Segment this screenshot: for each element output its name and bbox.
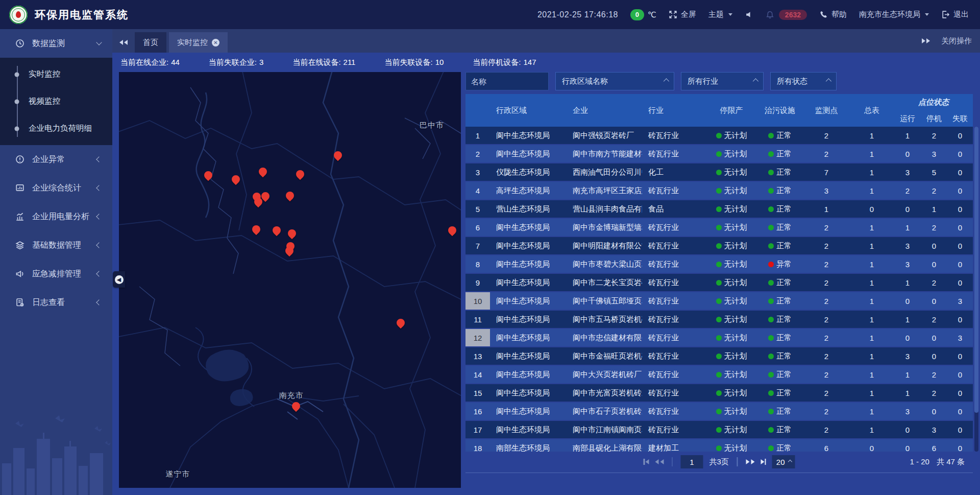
table-row[interactable]: 12阆中生态环境局阆中市忠信建材有限公砖瓦行业无计划正常21003 xyxy=(465,329,973,347)
map-pin-icon[interactable] xyxy=(258,167,267,179)
name-filter-input[interactable] xyxy=(465,72,549,90)
cell-total-meters: 1 xyxy=(849,168,894,177)
table-row[interactable]: 13阆中生态环境局阆中市金福旺页岩机砖砖瓦行业无计划正常21300 xyxy=(465,347,973,366)
cell-stopped-count: 3 xyxy=(921,150,947,158)
map-panel[interactable]: 巴中市南充市遂宁市 ◀ xyxy=(119,72,461,488)
page-number-input[interactable] xyxy=(680,455,703,468)
temperature-indicator: 0 ℃ xyxy=(630,9,656,20)
sidebar-item-企业综合统计[interactable]: 企业综合统计 xyxy=(0,174,112,202)
map-collapse-button[interactable]: ◀ xyxy=(113,271,125,288)
table-row[interactable]: 6阆中生态环境局阆中市金博瑞新型墙材砖瓦行业无计划正常21120 xyxy=(465,219,973,237)
table-row[interactable]: 16阆中生态环境局阆中市石子页岩机砖厂砖瓦行业无计划正常21300 xyxy=(465,403,973,421)
table-row[interactable]: 8阆中生态环境局阆中市枣碧大梁山页岩砖瓦行业无计划异常21300 xyxy=(465,255,973,274)
cell-facility-status: 正常 xyxy=(756,204,803,214)
cell-total-meters: 1 xyxy=(849,186,894,195)
map-pin-icon[interactable] xyxy=(231,174,240,186)
sidebar: 数据监测实时监控视频监控企业电力负荷明细企业异常企业综合统计企业用电量分析基础数… xyxy=(0,29,112,495)
table-row[interactable]: 10阆中生态环境局阆中千佛镇五郎垭页岩砖瓦行业无计划正常21003 xyxy=(465,292,973,311)
map-pin-icon[interactable] xyxy=(252,224,261,237)
filter-bar: 行政区域名称 所有行业 所有状态 xyxy=(465,72,973,90)
map-pin-icon[interactable] xyxy=(272,225,281,238)
chevron-left-icon xyxy=(96,214,102,219)
sidebar-subitem-实时监控[interactable]: 实时监控 xyxy=(0,61,112,88)
status-filter-select[interactable]: 所有状态 xyxy=(770,72,837,90)
sidebar-item-日志查看[interactable]: 日志查看 xyxy=(0,288,112,317)
tabs-container: 首页实时监控✕ xyxy=(135,32,230,53)
status-dot-green-icon xyxy=(768,317,774,322)
sidebar-item-企业用电量分析[interactable]: 企业用电量分析 xyxy=(0,202,112,231)
sidebar-subitem-企业电力负荷明细[interactable]: 企业电力负荷明细 xyxy=(0,115,112,142)
cell-facility-text: 正常 xyxy=(776,333,792,343)
table-row[interactable]: 2阆中生态环境局阆中市南方节能建材有砖瓦行业无计划正常21030 xyxy=(465,145,973,163)
column-header-行业: 行业 xyxy=(642,106,706,115)
pagination-last-button[interactable] xyxy=(761,459,766,465)
table-row[interactable]: 18南部生态环境局南部县砚化上湖有限公建材加工无计划正常60060 xyxy=(465,439,973,452)
sidebar-subitem-视频监控[interactable]: 视频监控 xyxy=(0,88,112,115)
pagination-first-button[interactable] xyxy=(643,459,649,465)
help-button[interactable]: 帮助 xyxy=(819,10,847,19)
enterprise-table-panel: 行政区域名称 所有行业 所有状态 行政区域企业行业停限产治污设施监测点总表点位状… xyxy=(465,72,973,473)
cell-industry: 砖瓦行业 xyxy=(642,407,706,416)
map-pin-icon[interactable] xyxy=(204,170,213,182)
timeline-dot-icon xyxy=(15,126,19,131)
table-scrollbar[interactable] xyxy=(974,127,978,452)
tab-close-icon[interactable]: ✕ xyxy=(212,39,219,46)
map-pin-icon[interactable] xyxy=(296,169,305,181)
industry-filter-select[interactable]: 所有行业 xyxy=(681,72,764,90)
sidebar-item-数据监测[interactable]: 数据监测 xyxy=(0,29,112,58)
logout-button[interactable]: 退出 xyxy=(941,10,969,19)
map-pin-icon[interactable] xyxy=(396,318,405,330)
map-pin-icon[interactable] xyxy=(448,225,457,238)
close-operations-button[interactable]: 关闭操作 xyxy=(941,36,972,46)
map-pin-icon[interactable] xyxy=(287,228,297,241)
cell-stopped-count: 3 xyxy=(921,426,947,434)
fullscreen-button[interactable]: 全屏 xyxy=(669,10,696,19)
cell-company: 阆中市五马桥页岩机砖 xyxy=(567,315,642,324)
map-pin-icon[interactable] xyxy=(291,401,301,413)
table-row[interactable]: 14阆中生态环境局阆中大兴页岩机砖厂砖瓦行业无计划正常21120 xyxy=(465,366,973,384)
sidebar-item-企业异常[interactable]: 企业异常 xyxy=(0,145,112,174)
sidebar-item-基础数据管理[interactable]: 基础数据管理 xyxy=(0,231,112,260)
cell-region: 阆中生态环境局 xyxy=(490,260,567,269)
main-area: 首页实时监控✕ 关闭操作 当前在线企业:44当前失联企业:3当前在线设备:211… xyxy=(112,29,980,495)
tabs-scroll-left-button[interactable] xyxy=(112,32,135,53)
tab-首页[interactable]: 首页 xyxy=(135,32,166,53)
pagination-prev-button[interactable] xyxy=(655,459,664,464)
map-pin-icon[interactable] xyxy=(285,246,294,258)
table-row[interactable]: 3仪陇生态环境局西南油气田分公司川中化工无计划正常71350 xyxy=(465,163,973,182)
table-row[interactable]: 11阆中生态环境局阆中市五马桥页岩机砖砖瓦行业无计划正常21120 xyxy=(465,311,973,329)
table-row[interactable]: 9阆中生态环境局阆中市二龙长宝页岩砖砖瓦行业无计划正常21120 xyxy=(465,274,973,292)
scrollbar-thumb[interactable] xyxy=(974,127,978,413)
cell-running-count: 1 xyxy=(894,370,921,379)
cell-company: 阆中市二龙长宝页岩砖 xyxy=(567,278,642,288)
table-row[interactable]: 15阆中生态环境局阆中市光富页岩机砖厂砖瓦行业无计划正常21120 xyxy=(465,384,973,403)
cell-monitor-points: 3 xyxy=(803,186,849,195)
sidebar-item-label: 应急减排管理 xyxy=(32,269,97,279)
tabs-scroll-right-button[interactable] xyxy=(922,38,930,43)
volume-button[interactable] xyxy=(745,10,753,19)
alert-icon xyxy=(15,155,24,164)
table-row[interactable]: 1阆中生态环境局阆中强锐页岩砖厂砖瓦行业无计划正常21120 xyxy=(465,127,973,145)
table-row[interactable]: 5营山生态环境局营山县润丰肉食品有限食品无计划正常10010 xyxy=(465,200,973,219)
org-dropdown[interactable]: 南充市生态环境局 xyxy=(859,10,929,19)
region-filter-select[interactable]: 行政区域名称 xyxy=(555,72,674,90)
cell-stopped-count: 2 xyxy=(921,131,947,140)
table-row[interactable]: 7阆中生态环境局阆中明阳建材有限公司砖瓦行业无计划正常21300 xyxy=(465,237,973,255)
page-size-select[interactable]: 20 xyxy=(772,455,795,468)
pagination-next-button[interactable] xyxy=(746,459,754,464)
tab-实时监控[interactable]: 实时监控✕ xyxy=(169,32,228,53)
map-pin-icon[interactable] xyxy=(254,197,263,209)
status-dot-green-icon xyxy=(716,225,722,230)
notifications-button[interactable]: 2632 xyxy=(766,10,807,20)
timeline-dot-icon xyxy=(15,72,19,77)
table-row[interactable]: 17阆中生态环境局阆中市江南镇阆南页岩砖瓦行业无计划正常21030 xyxy=(465,421,973,439)
stat-value: 147 xyxy=(524,58,536,66)
map-pin-icon[interactable] xyxy=(333,150,342,162)
table-row[interactable]: 4高坪生态环境局南充市高坪区王家店建砖瓦行业无计划正常31220 xyxy=(465,182,973,200)
cell-industry: 砖瓦行业 xyxy=(642,260,706,269)
sidebar-item-应急减排管理[interactable]: 应急减排管理 xyxy=(0,260,112,288)
stat-当前在线企业: 当前在线企业:44 xyxy=(120,58,180,67)
cell-stopped-count: 2 xyxy=(921,186,947,195)
theme-dropdown[interactable]: 主题 xyxy=(708,10,732,19)
map-pin-icon[interactable] xyxy=(285,191,295,203)
